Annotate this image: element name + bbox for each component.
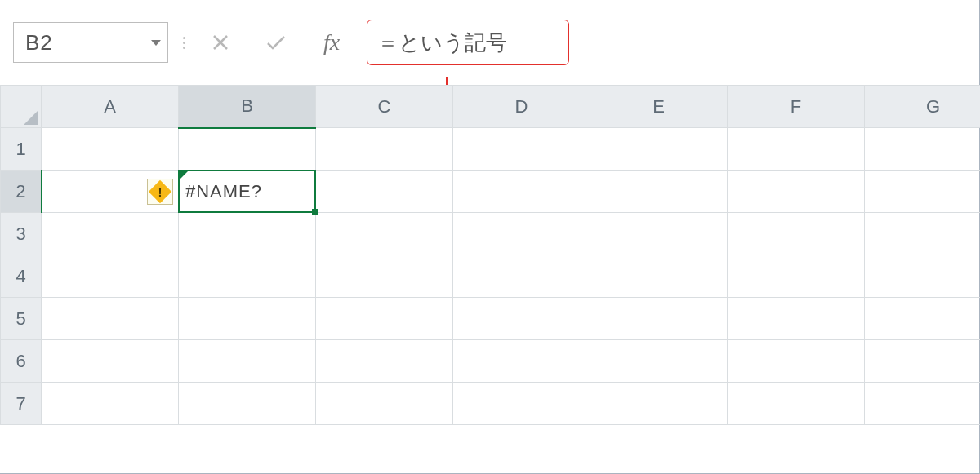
cell[interactable]: [42, 128, 179, 171]
enter-button[interactable]: [256, 22, 296, 63]
cell[interactable]: [179, 383, 316, 425]
check-icon: [265, 33, 287, 51]
cell[interactable]: [590, 171, 728, 213]
column-header[interactable]: E: [590, 86, 728, 128]
cell[interactable]: [865, 340, 981, 383]
cell[interactable]: [590, 213, 728, 255]
formula-input-text: ＝という記号: [377, 29, 507, 57]
cell[interactable]: [865, 298, 981, 340]
cell[interactable]: [453, 213, 590, 255]
cell[interactable]: [590, 255, 728, 298]
cancel-button[interactable]: [200, 22, 241, 63]
column-header[interactable]: C: [316, 86, 453, 128]
cell[interactable]: [42, 298, 179, 340]
column-header[interactable]: D: [453, 86, 590, 128]
grid-row: 4: [1, 255, 981, 298]
cell[interactable]: [590, 383, 728, 425]
cell[interactable]: [42, 255, 179, 298]
cell[interactable]: [865, 128, 981, 171]
cell[interactable]: [179, 255, 316, 298]
cell[interactable]: [316, 298, 453, 340]
error-trace-button[interactable]: !: [147, 179, 173, 205]
cell[interactable]: [316, 213, 453, 255]
column-header[interactable]: F: [728, 86, 865, 128]
error-triangle-icon: [179, 171, 189, 180]
formula-bar-separator: [183, 37, 185, 49]
cell[interactable]: [865, 255, 981, 298]
cell[interactable]: [453, 255, 590, 298]
row-header[interactable]: 7: [1, 383, 42, 425]
cell[interactable]: [728, 171, 865, 213]
formula-bar: B2 fx ＝という記号: [0, 0, 979, 82]
cell[interactable]: [316, 255, 453, 298]
grid-row: 5: [1, 298, 981, 340]
cell[interactable]: [590, 298, 728, 340]
cell[interactable]: [316, 128, 453, 171]
cell[interactable]: [42, 213, 179, 255]
name-box[interactable]: B2: [13, 22, 168, 63]
cell[interactable]: [179, 128, 316, 171]
row-header[interactable]: 3: [1, 213, 42, 255]
cell[interactable]: [590, 128, 728, 171]
cell[interactable]: [728, 255, 865, 298]
cell[interactable]: [865, 213, 981, 255]
row-header[interactable]: 1: [1, 128, 42, 171]
cell[interactable]: [728, 213, 865, 255]
cell[interactable]: [453, 128, 590, 171]
grid-row: 7: [1, 383, 981, 425]
row-header[interactable]: 2: [1, 171, 42, 213]
cell[interactable]: [179, 213, 316, 255]
cell[interactable]: [179, 298, 316, 340]
cell[interactable]: [316, 171, 453, 213]
column-header-row: A B C D E F G: [1, 86, 981, 128]
cell[interactable]: [179, 340, 316, 383]
cell[interactable]: !: [42, 171, 179, 213]
warning-icon: !: [149, 179, 172, 202]
cell[interactable]: [453, 383, 590, 425]
column-header[interactable]: B: [179, 86, 316, 128]
name-box-value: B2: [25, 30, 53, 55]
cell[interactable]: [728, 383, 865, 425]
grid-row: 3: [1, 213, 981, 255]
cell[interactable]: [728, 128, 865, 171]
cell[interactable]: [42, 383, 179, 425]
row-header[interactable]: 5: [1, 298, 42, 340]
cell[interactable]: [728, 298, 865, 340]
column-header[interactable]: G: [865, 86, 981, 128]
cell[interactable]: [590, 340, 728, 383]
cell[interactable]: [453, 171, 590, 213]
close-icon: [212, 33, 229, 51]
cell[interactable]: [728, 340, 865, 383]
grid-row: 6: [1, 340, 981, 383]
cell[interactable]: [865, 383, 981, 425]
cell-value: #NAME?: [179, 171, 315, 212]
cell[interactable]: [316, 340, 453, 383]
fill-handle[interactable]: [312, 209, 318, 215]
grid-row: 1: [1, 128, 981, 171]
name-box-dropdown-icon[interactable]: [151, 40, 161, 46]
insert-function-button[interactable]: fx: [311, 22, 352, 63]
spreadsheet-grid[interactable]: A B C D E F G 1 2: [0, 85, 980, 425]
cell[interactable]: [865, 171, 981, 213]
cell-active[interactable]: #NAME?: [179, 171, 316, 213]
cell[interactable]: [453, 340, 590, 383]
fx-label: fx: [323, 29, 340, 55]
grid-row: 2 ! #NAME?: [1, 171, 981, 213]
row-header[interactable]: 6: [1, 340, 42, 383]
cell[interactable]: [316, 383, 453, 425]
formula-input[interactable]: ＝という記号: [367, 20, 569, 65]
select-all-corner[interactable]: [1, 86, 42, 128]
cell[interactable]: [42, 340, 179, 383]
column-header[interactable]: A: [42, 86, 179, 128]
row-header[interactable]: 4: [1, 255, 42, 298]
cell[interactable]: [453, 298, 590, 340]
